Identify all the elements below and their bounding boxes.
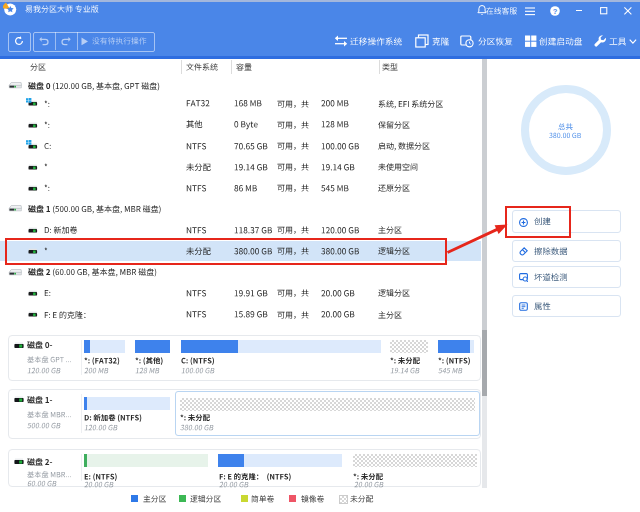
svg-text:?: ? <box>553 7 558 16</box>
